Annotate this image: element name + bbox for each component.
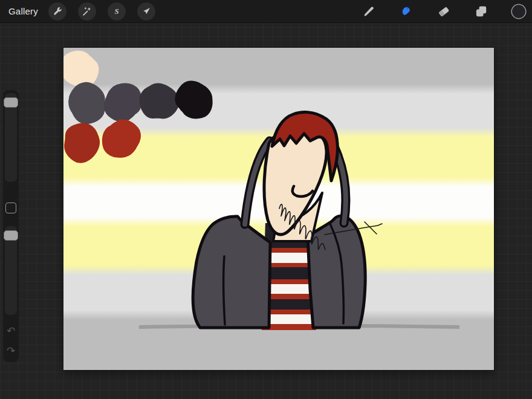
toolbar-left-group: Gallery S bbox=[0, 2, 167, 21]
transform-button[interactable] bbox=[137, 2, 155, 21]
wrench-icon bbox=[52, 6, 63, 17]
brush-sidebar: ↶ ↷ bbox=[3, 90, 19, 362]
magic-wand-icon bbox=[82, 6, 92, 17]
opacity-handle[interactable] bbox=[4, 230, 18, 241]
color-button[interactable] bbox=[511, 4, 527, 19]
layers-icon bbox=[474, 4, 488, 19]
actions-button[interactable] bbox=[48, 2, 66, 21]
hoodie-left-panel bbox=[193, 216, 270, 328]
gallery-button[interactable]: Gallery bbox=[8, 6, 38, 16]
toolbar-right-group bbox=[361, 4, 532, 19]
drawing-canvas[interactable] bbox=[63, 48, 494, 370]
procreate-app: Gallery S bbox=[0, 0, 532, 399]
color-circle-icon bbox=[511, 4, 527, 19]
brush-size-handle[interactable] bbox=[4, 97, 18, 108]
brush-icon bbox=[362, 4, 376, 19]
layers-button[interactable] bbox=[473, 4, 489, 19]
paint-tool-button[interactable] bbox=[361, 4, 377, 19]
opacity-slider[interactable] bbox=[5, 226, 17, 315]
adjustments-button[interactable] bbox=[78, 2, 96, 21]
selection-glyph: S bbox=[114, 7, 118, 16]
selection-button[interactable]: S bbox=[108, 2, 126, 21]
selection-s-icon: S bbox=[111, 6, 122, 17]
brush-size-slider[interactable] bbox=[5, 93, 17, 182]
undo-button[interactable]: ↶ bbox=[3, 326, 19, 336]
redo-button[interactable]: ↷ bbox=[3, 346, 19, 356]
smudge-finger-icon bbox=[399, 4, 414, 19]
move-arrow-icon bbox=[141, 6, 152, 17]
modify-button[interactable] bbox=[5, 203, 16, 213]
top-toolbar: Gallery S bbox=[0, 0, 532, 23]
smudge-tool-button[interactable] bbox=[398, 4, 414, 19]
eraser-icon bbox=[436, 4, 451, 19]
portrait-drawing bbox=[63, 48, 494, 370]
erase-tool-button[interactable] bbox=[436, 4, 452, 19]
